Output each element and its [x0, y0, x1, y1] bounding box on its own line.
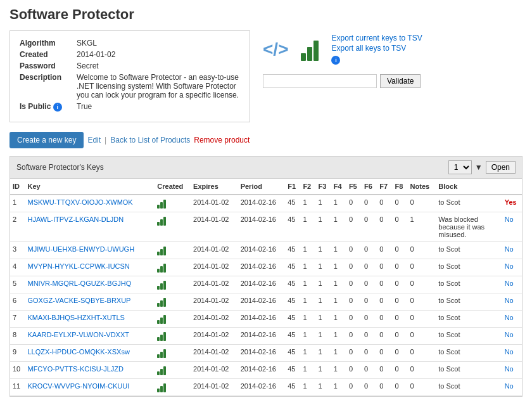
- cell-f7: 0: [392, 195, 407, 212]
- cell-id: 7: [10, 311, 25, 328]
- cell-f8: 0: [408, 379, 436, 396]
- export-info-icon[interactable]: i: [331, 56, 340, 65]
- cell-stats-icon[interactable]: [155, 242, 191, 259]
- cell-created: 2014-01-02: [191, 345, 238, 362]
- mini-chart-icon[interactable]: [157, 280, 188, 290]
- mini-chart-icon[interactable]: [157, 262, 188, 273]
- cell-f5: 0: [362, 362, 377, 379]
- key-link[interactable]: MSKWU-TTQXV-OIOJO-XWMOK: [27, 198, 132, 206]
- cell-key: LLQZX-HPDUC-OMQKK-XSXsw: [25, 345, 155, 362]
- cell-created: 2014-01-02: [191, 311, 238, 328]
- cell-block: No: [502, 242, 522, 259]
- key-link[interactable]: MVYPN-HYYKL-CCPWK-IUCSN: [27, 262, 129, 270]
- cell-stats-icon[interactable]: [155, 195, 191, 212]
- mini-chart-icon[interactable]: [157, 348, 188, 358]
- key-link[interactable]: MNIVR-MGQRL-QGUZK-BGJHQ: [27, 280, 131, 287]
- cell-f8: 1: [408, 212, 436, 242]
- table-row: 7 KMAXI-BJHQS-HZXHT-XUTLS 2014-01-02 201…: [10, 311, 522, 328]
- cell-period: 45: [285, 362, 300, 379]
- cell-f5: 0: [362, 259, 377, 276]
- cell-stats-icon[interactable]: [155, 362, 191, 379]
- mini-bar2: [160, 219, 163, 226]
- algorithm-value: SKGL: [77, 39, 97, 48]
- mini-bar1: [157, 371, 160, 375]
- cell-f4: 0: [346, 345, 362, 362]
- mini-chart-icon[interactable]: [157, 382, 188, 392]
- remove-product-link[interactable]: Remove product: [194, 136, 250, 145]
- cell-f6: 0: [377, 259, 392, 276]
- mini-chart-icon[interactable]: [157, 215, 188, 226]
- col-expires: Expires: [191, 179, 238, 195]
- algorithm-label: Algorithm: [20, 39, 77, 48]
- open-button[interactable]: Open: [486, 161, 516, 174]
- key-link[interactable]: KROCV-WVVPG-NYOIM-CKUUI: [27, 382, 129, 390]
- cell-stats-icon[interactable]: [155, 276, 191, 293]
- is-public-info-icon[interactable]: i: [53, 103, 62, 112]
- cell-stats-icon[interactable]: [155, 379, 191, 396]
- page-title: Software Protector: [10, 6, 522, 23]
- cell-f2: 1: [316, 276, 331, 293]
- edit-link[interactable]: Edit: [87, 136, 101, 145]
- cell-period: 45: [285, 212, 300, 242]
- mini-chart-icon[interactable]: [157, 297, 188, 307]
- key-link[interactable]: KAARD-EYLXP-VLWON-VDXXT: [27, 331, 129, 338]
- cell-f7: 0: [392, 345, 407, 362]
- key-link[interactable]: GOXGZ-VACKE-SQBYE-BRXUP: [27, 297, 130, 304]
- page-select[interactable]: 1: [448, 160, 472, 174]
- cell-f3: 1: [331, 345, 346, 362]
- validate-input[interactable]: [263, 74, 377, 88]
- cell-stats-icon[interactable]: [155, 293, 191, 311]
- product-info-box: Algorithm SKGL Created 2014-01-02 Passwo…: [10, 30, 250, 122]
- keys-header: Software Protector's Keys 1 ▼ Open: [10, 157, 522, 179]
- col-key: Key: [25, 179, 155, 195]
- key-link[interactable]: HJAWL-ITPVZ-LKGAN-DLJDN: [27, 215, 124, 223]
- cell-expires: 2014-02-16: [238, 293, 286, 311]
- mini-bar1: [157, 252, 160, 255]
- cell-f1: 1: [300, 293, 315, 311]
- keys-tbody: 1 MSKWU-TTQXV-OIOJO-XWMOK 2014-01-02 201…: [10, 195, 522, 396]
- mini-chart-icon[interactable]: [157, 314, 188, 324]
- mini-chart-icon[interactable]: [157, 365, 188, 375]
- mini-chart-icon[interactable]: [157, 331, 188, 341]
- key-link[interactable]: MFCYO-PVTTS-KCISU-JLJZD: [27, 365, 124, 373]
- cell-f5: 0: [362, 276, 377, 293]
- validate-button[interactable]: Validate: [380, 74, 421, 88]
- cell-block: No: [502, 259, 522, 276]
- cell-stats-icon[interactable]: [155, 328, 191, 345]
- cell-stats-icon[interactable]: [155, 259, 191, 276]
- cell-expires: 2014-02-16: [238, 311, 286, 328]
- export-current-tsv-link[interactable]: Export current keys to TSV: [331, 34, 422, 42]
- key-link[interactable]: LLQZX-HPDUC-OMQKK-XSXsw: [27, 348, 129, 356]
- cell-f2: 1: [316, 195, 331, 212]
- cell-f1: 1: [300, 328, 315, 345]
- mini-bar2: [160, 369, 163, 375]
- mini-bar2: [160, 202, 163, 209]
- create-new-key-button[interactable]: Create a new key: [10, 132, 84, 148]
- cell-f2: 1: [316, 379, 331, 396]
- col-f5: F5: [346, 179, 362, 195]
- cell-f6: 0: [377, 311, 392, 328]
- cell-f2: 1: [316, 345, 331, 362]
- mini-chart-icon[interactable]: [157, 245, 188, 255]
- cell-period: 45: [285, 293, 300, 311]
- cell-key: MNIVR-MGQRL-QGUZK-BGJHQ: [25, 276, 155, 293]
- mini-bar3: [163, 349, 166, 358]
- cell-f4: 0: [346, 293, 362, 311]
- cell-stats-icon[interactable]: [155, 311, 191, 328]
- cell-notes: to Scot: [436, 276, 502, 293]
- cell-f8: 0: [408, 242, 436, 259]
- created-value: 2014-01-02: [77, 50, 115, 59]
- key-link[interactable]: MJIWU-UEHXB-ENWYD-UWUGH: [27, 245, 134, 253]
- cell-stats-icon[interactable]: [155, 212, 191, 242]
- mini-bar1: [157, 222, 160, 226]
- cell-stats-icon[interactable]: [155, 345, 191, 362]
- back-to-products-link[interactable]: Back to List of Products: [110, 136, 190, 145]
- key-link[interactable]: KMAXI-BJHQS-HZXHT-XUTLS: [27, 314, 124, 321]
- export-all-tsv-link[interactable]: Export all keys to TSV: [331, 44, 422, 53]
- bar1: [301, 53, 306, 61]
- cell-period: 45: [285, 195, 300, 212]
- cell-f3: 1: [331, 362, 346, 379]
- mini-chart-icon[interactable]: [157, 198, 188, 209]
- mini-bar1: [157, 269, 160, 273]
- cell-f8: 0: [408, 259, 436, 276]
